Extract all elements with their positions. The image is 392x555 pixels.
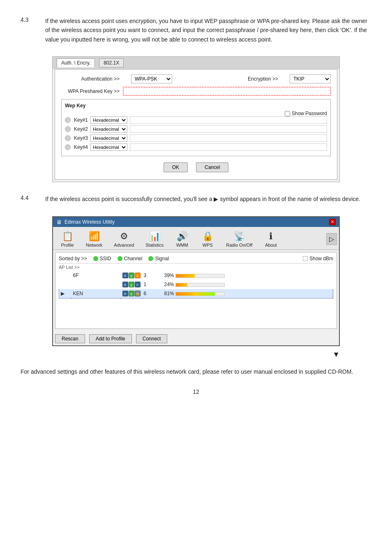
toolbar-radio-label: Radio On/Off xyxy=(226,243,252,247)
signal-dot xyxy=(148,256,153,261)
wep-key-section: Wep Key Show Password Key#1 Hexadecimal … xyxy=(61,99,331,156)
ap-row-empty-1 xyxy=(59,298,333,307)
show-password-checkbox[interactable] xyxy=(285,111,290,116)
sorted-by-label: Sorted by >> xyxy=(59,256,87,261)
wmm-icon: 🔊 xyxy=(177,231,188,242)
toolbar-radio[interactable]: 📡 Radio On/Off xyxy=(221,229,258,250)
toolbar-about[interactable]: ℹ About xyxy=(258,229,283,250)
edimax-ap-content: Sorted by >> SSID Channel Signal Show dB… xyxy=(55,252,337,329)
ch-icon-g3: g xyxy=(129,291,134,296)
key1-label: Key#1 xyxy=(74,117,88,123)
key2-radio[interactable] xyxy=(65,126,71,132)
encr-label: Encryption >> xyxy=(248,76,278,82)
ch-icon-lock: 🔒 xyxy=(135,291,141,296)
network-icon: 📶 xyxy=(89,231,100,242)
ch-icon-n2: n xyxy=(135,282,141,287)
ap-6f-signal-bar xyxy=(176,274,195,278)
toolbar-profile[interactable]: 📋 Profile xyxy=(55,229,80,250)
key3-input[interactable] xyxy=(130,134,327,142)
ap-6f-ch-num: 3 xyxy=(142,271,163,280)
key1-radio[interactable] xyxy=(65,117,71,123)
edimax-icon: 🖥 xyxy=(56,219,62,225)
key-row-2: Key#2 Hexadecimal xyxy=(65,125,327,133)
advanced-icon: ⚙ xyxy=(120,231,128,242)
ap-empty-signal-pct: 24% xyxy=(164,282,174,287)
ok-button[interactable]: OK xyxy=(164,162,188,172)
close-window-button[interactable]: ✕ xyxy=(329,219,336,225)
wep-key-title: Wep Key xyxy=(65,103,327,109)
key1-input[interactable] xyxy=(130,116,327,124)
wpa-label: WPA Preshared Key >> xyxy=(61,88,123,94)
auth-select[interactable]: WPA-PSK xyxy=(131,74,172,83)
ap-ken-signal-bar xyxy=(176,292,215,296)
channel-dot xyxy=(118,256,122,261)
show-password-row: Show Password xyxy=(65,111,327,116)
connect-button[interactable]: Connect xyxy=(136,334,168,343)
toolbar-advanced-label: Advanced xyxy=(114,243,134,247)
ch-icon-b: b xyxy=(122,273,128,278)
toolbar-statistics[interactable]: 📊 Statistics xyxy=(140,229,169,250)
ch-icon-b3: b xyxy=(122,291,128,296)
show-dbm-container: Show dBm xyxy=(303,256,333,261)
ap-6f-ch-icon: b g n xyxy=(121,271,142,280)
key3-format[interactable]: Hexadecimal xyxy=(90,134,127,142)
toolbar-wmm[interactable]: 🔊 WMM xyxy=(170,229,194,250)
section-4-3: 4.3 If the wireless access point uses en… xyxy=(21,16,371,44)
ap-row-ken[interactable]: ▶ KEN b g 🔒 6 81% xyxy=(59,289,333,298)
wpa-input[interactable] xyxy=(123,87,331,96)
ch-icon-g: g xyxy=(129,273,134,278)
scroll-down-icon: ▼ xyxy=(332,350,340,358)
key2-input[interactable] xyxy=(130,125,327,133)
auth-encr-row: Authentication >> WPA-PSK Encryption >> … xyxy=(61,74,331,83)
ap-list-label: AP List >> xyxy=(59,264,333,271)
ap-6f-signal-cell: 39% xyxy=(163,271,333,280)
ap-ken-signal-bar-container xyxy=(175,292,225,296)
ap-empty-ssid xyxy=(71,280,121,289)
dialog-buttons: OK Cancel xyxy=(61,162,331,174)
tab-auth-encry[interactable]: Auth. \ Encry. xyxy=(57,58,95,67)
key4-label: Key#4 xyxy=(74,144,88,150)
ap-row-empty-3 xyxy=(59,316,333,325)
ssid-label: SSID xyxy=(100,256,111,261)
key2-format[interactable]: Hexadecimal xyxy=(90,125,127,133)
toolbar-advanced[interactable]: ⚙ Advanced xyxy=(108,229,139,250)
ap-table: 6F b g n 3 39% xyxy=(59,271,333,326)
key3-radio[interactable] xyxy=(65,135,71,141)
toolbar-statistics-label: Statistics xyxy=(145,243,164,247)
key-row-3: Key#3 Hexadecimal xyxy=(65,134,327,142)
toolbar-scroll-right[interactable]: ▷ xyxy=(326,233,337,245)
ap-ken-arrow: ▶ xyxy=(59,289,71,298)
ap-header: Sorted by >> SSID Channel Signal Show dB… xyxy=(59,256,333,264)
key4-input[interactable] xyxy=(130,143,327,151)
ssid-header: SSID xyxy=(93,256,111,261)
edimax-title-bar: 🖥 Edimax Wireless Utility ✕ xyxy=(53,217,339,227)
auth-dialog: Auth. \ Encry. 802.1X Authentication >> … xyxy=(52,56,340,182)
wpa-row: WPA Preshared Key >> xyxy=(61,87,331,96)
profile-icon: 📋 xyxy=(62,231,73,242)
toolbar-wmm-label: WMM xyxy=(176,243,188,247)
toolbar-wps[interactable]: 🔒 WPS xyxy=(195,229,220,250)
cancel-button[interactable]: Cancel xyxy=(196,162,228,172)
key3-label: Key#3 xyxy=(74,135,88,141)
ap-row-6f[interactable]: 6F b g n 3 39% xyxy=(59,271,333,280)
ap-6f-ssid: 6F xyxy=(71,271,121,280)
ap-6f-signal-pct: 39% xyxy=(164,273,174,278)
key4-radio[interactable] xyxy=(65,144,71,150)
toolbar-wps-label: WPS xyxy=(203,243,213,247)
rescan-button[interactable]: Rescan xyxy=(55,334,85,343)
add-profile-button[interactable]: Add to Profile xyxy=(89,334,132,343)
toolbar-profile-label: Profile xyxy=(61,243,74,247)
auth-label: Authentication >> xyxy=(61,76,123,82)
show-dbm-checkbox[interactable] xyxy=(303,256,308,261)
edimax-title: Edimax Wireless Utility xyxy=(65,219,115,225)
encr-select[interactable]: TKIP xyxy=(290,74,331,83)
ap-row-empty[interactable]: b g n 1 24% xyxy=(59,280,333,289)
ap-ken-signal-cell: 81% xyxy=(163,289,333,298)
toolbar-about-label: About xyxy=(265,243,277,247)
key1-format[interactable]: Hexadecimal xyxy=(90,116,127,124)
ap-empty-ch-num: 1 xyxy=(142,280,163,289)
toolbar-network[interactable]: 📶 Network xyxy=(81,229,108,250)
key4-format[interactable]: Hexadecimal xyxy=(90,143,127,151)
ap-ken-signal-pct: 81% xyxy=(164,291,174,296)
tab-8021x[interactable]: 802.1X xyxy=(99,58,124,67)
